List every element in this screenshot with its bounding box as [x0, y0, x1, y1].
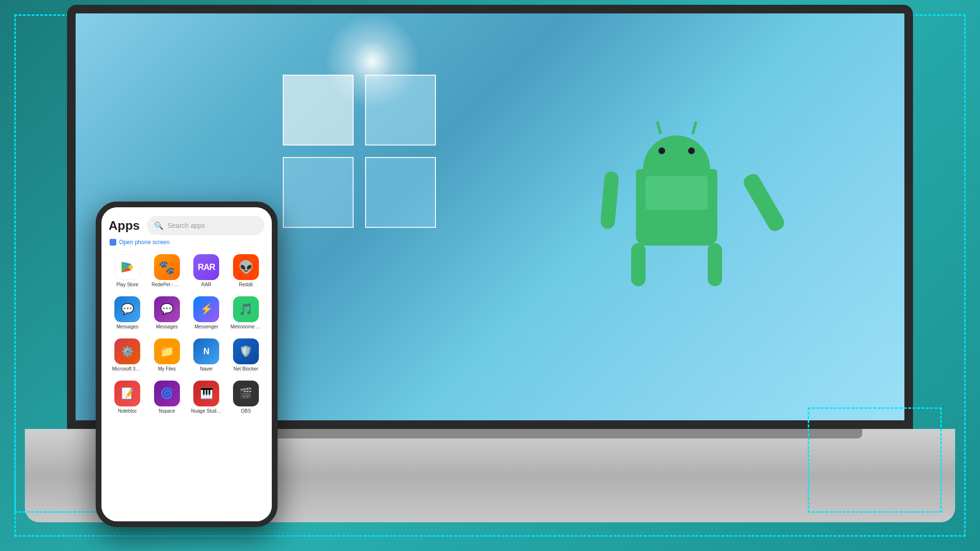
android-arm-right — [741, 171, 787, 234]
open-phone-label: Open phone screen — [119, 239, 169, 246]
open-phone-link[interactable]: Open phone screen — [109, 239, 265, 246]
dashed-border-bottom — [14, 535, 966, 537]
android-body — [610, 135, 744, 298]
android-eye-right — [688, 147, 695, 154]
app-icon-rar: RAR — [193, 254, 219, 280]
apps-panel: Apps 🔍 Search apps Open phone screen — [101, 207, 272, 521]
app-icon-myfiles: 📁 — [154, 338, 180, 364]
app-item-nspace[interactable]: 🌀 Nspace — [148, 378, 186, 417]
phone-bottom-fade — [101, 493, 272, 521]
android-antenna-left — [656, 121, 662, 135]
app-label-reddit: Reddit — [239, 282, 253, 288]
android-head — [643, 135, 710, 174]
app-label-nuage: Nuage Studio... — [191, 408, 222, 414]
app-label-ms365: Microsoft 365 L... — [112, 366, 143, 372]
app-icon-nspace: 🌀 — [154, 381, 180, 406]
app-label-play-store: Play Store — [116, 282, 138, 288]
app-label-messages-2: Messages — [156, 324, 178, 330]
app-label-naver: Naver — [200, 366, 213, 372]
app-item-rar[interactable]: RAR RAR — [188, 251, 225, 291]
android-antenna-right — [691, 121, 697, 135]
android-eye-left — [658, 147, 665, 154]
app-icon-obs: 🎬 — [233, 381, 259, 406]
android-leg-right — [708, 243, 722, 286]
app-icon-redepet: 🐾 — [154, 254, 180, 280]
app-label-myfiles: My Files — [158, 366, 176, 372]
app-item-messenger[interactable]: ⚡ Messenger — [188, 293, 225, 333]
app-icon-notebloc: 📝 — [114, 381, 140, 406]
app-item-messages-1[interactable]: 💬 Messages — [109, 293, 146, 333]
dashed-border-right — [964, 14, 966, 537]
app-grid: Play Store 🐾 RedePet - Prot... RAR RAR — [109, 251, 265, 417]
android-torso — [636, 169, 717, 246]
app-icon-messenger: ⚡ — [193, 296, 219, 322]
app-label-nspace: Nspace — [159, 408, 175, 414]
app-item-netblocker[interactable]: 🛡️ Net Blocker — [227, 336, 265, 375]
app-label-notebloc: Notebloc — [118, 408, 137, 414]
app-label-metronome: Metronome Be... — [231, 324, 261, 330]
app-label-messages-1: Messages — [116, 324, 138, 330]
app-icon-play-store — [114, 254, 140, 280]
app-label-redepet: RedePet - Prot... — [152, 282, 182, 288]
app-item-redepet[interactable]: 🐾 RedePet - Prot... — [148, 251, 186, 291]
app-icon-ms365: ⚙️ — [114, 338, 140, 364]
app-label-messenger: Messenger — [195, 324, 218, 330]
win-pane-bottomright — [365, 157, 436, 228]
phone-screen: Apps 🔍 Search apps Open phone screen — [101, 207, 272, 521]
dashed-inner-box-right — [808, 407, 942, 513]
android-leg-left — [631, 243, 646, 286]
app-label-obs: OBS — [241, 408, 251, 414]
app-icon-nuage: 🎹 — [193, 381, 219, 406]
app-icon-messages-2: 💬 — [154, 296, 180, 322]
app-item-naver[interactable]: N Naver — [188, 336, 225, 375]
app-label-rar: RAR — [201, 282, 212, 288]
app-item-notebloc[interactable]: 📝 Notebloc — [109, 378, 146, 417]
app-item-nuage[interactable]: 🎹 Nuage Studio... — [188, 378, 225, 417]
phone-icon-small — [110, 239, 116, 246]
android-torso-window — [646, 176, 708, 210]
apps-header: Apps 🔍 Search apps — [109, 216, 265, 235]
app-icon-messages-1: 💬 — [114, 296, 140, 322]
app-icon-netblocker: 🛡️ — [233, 338, 259, 364]
win-pane-bottomleft — [283, 157, 354, 228]
app-item-play-store[interactable]: Play Store — [109, 251, 146, 291]
search-icon: 🔍 — [154, 221, 164, 230]
sunlight-effect — [324, 13, 420, 109]
apps-title: Apps — [109, 218, 140, 233]
phone-container: Apps 🔍 Search apps Open phone screen — [96, 202, 278, 527]
app-label-netblocker: Net Blocker — [234, 366, 258, 372]
phone-body: Apps 🔍 Search apps Open phone screen — [96, 202, 278, 527]
app-icon-reddit: 👽 — [233, 254, 259, 280]
android-arm-left — [600, 171, 619, 229]
app-item-obs[interactable]: 🎬 OBS — [227, 378, 265, 417]
search-bar[interactable]: 🔍 Search apps — [147, 216, 265, 235]
app-item-metronome[interactable]: 🎵 Metronome Be... — [227, 293, 265, 333]
app-item-myfiles[interactable]: 📁 My Files — [148, 336, 186, 375]
search-placeholder: Search apps — [167, 222, 205, 229]
app-item-messages-2[interactable]: 💬 Messages — [148, 293, 186, 333]
app-item-reddit[interactable]: 👽 Reddit — [227, 251, 265, 291]
app-icon-metronome: 🎵 — [233, 296, 259, 322]
app-icon-naver: N — [193, 338, 219, 364]
app-item-ms365[interactable]: ⚙️ Microsoft 365 L... — [109, 336, 146, 375]
android-mascot — [490, 34, 863, 400]
